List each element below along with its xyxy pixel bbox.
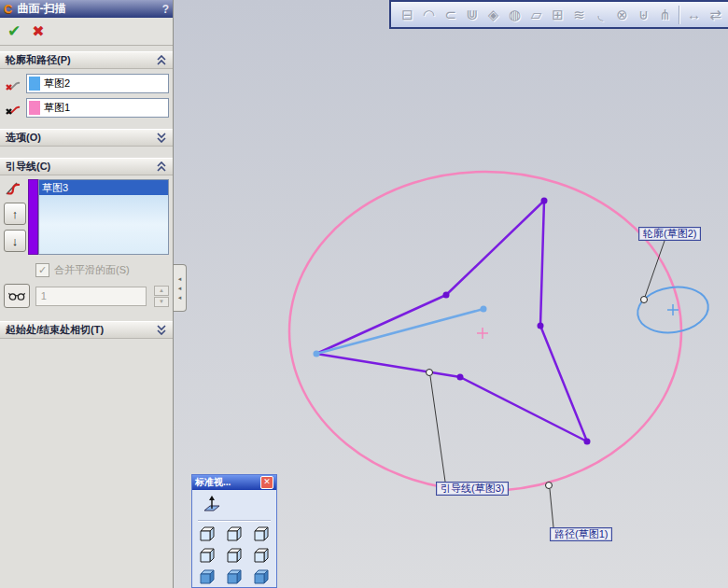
views-title-bar[interactable]: 标准视... ✕ [192,475,276,490]
spin-down-icon[interactable]: ▼ [154,297,169,307]
extruded-surface-icon[interactable]: ⊟ [397,5,418,25]
profile-color-swatch [29,77,40,91]
panel-title: 曲面-扫描 [17,1,65,17]
filled-surface-icon[interactable]: ◍ [504,5,525,25]
offset-surface-icon[interactable]: ⊞ [547,5,568,25]
views-title: 标准视... [195,476,231,489]
move-down-button[interactable]: ↓ [4,230,26,252]
property-manager-panel: C 曲面-扫描 ? ✔ ✖ 轮廓和路径(P) 草图2 草图1 选项(O) [0,0,174,588]
glasses-icon [8,290,25,301]
guide-curve-icon [4,179,22,198]
panel-collapse-grip[interactable]: ◂ ◂ ◂ [174,264,187,312]
path-row: 草图1 [4,98,169,118]
section-tangency[interactable]: 起始处/结束处相切(T) [0,321,173,339]
section-number-stepper[interactable]: ▲ ▼ [154,286,169,307]
top-view-button[interactable] [224,546,245,565]
left-arrow-icon: ◂ [178,275,182,282]
standard-views-toolbar: 标准视... ✕ [191,474,277,588]
path-circle [289,172,681,491]
guide-star [316,201,587,441]
panel-actions: ✔ ✖ [0,18,173,46]
knit-surface-icon[interactable]: ⊎ [633,5,654,25]
ok-button[interactable]: ✔ [7,21,21,41]
left-view-button[interactable] [251,525,272,543]
trimetric-view-button[interactable] [224,567,245,586]
section-options[interactable]: 选项(O) [0,129,173,147]
path-center-cross [477,328,488,339]
preview-endpoint-dots [314,306,487,357]
swept-surface-icon: C [4,2,12,16]
show-sections-button[interactable] [4,284,30,308]
toolbar-separator [679,6,680,24]
path-color-swatch [29,101,40,115]
profile-field-value: 草图2 [44,77,70,91]
merge-faces-row: ✓ 合并平滑的面(S) [35,263,169,277]
section-tangency-label: 起始处/结束处相切(T) [6,323,104,337]
back-view-button[interactable] [224,525,245,543]
profile-center-cross [667,304,679,315]
section-options-label: 选项(O) [6,131,41,145]
isometric-view-button[interactable] [197,567,217,586]
show-sections-row: 1 ▲ ▼ [4,284,169,308]
guide-vertex-dots [443,198,591,445]
surfaces-toolbar: ⊟ ◠ ⊂ ⋓ ◈ ◍ ▱ ⊞ ≋ ◟ ⊗ ⊎ ⋔ ↔ ⇄ ◌ [389,0,728,29]
callout-path[interactable]: 路径(草图1) [550,527,612,541]
callout-guide[interactable]: 引导线(草图3) [436,482,509,496]
move-up-button[interactable]: ↑ [4,203,26,225]
cancel-button[interactable]: ✖ [32,22,44,40]
chevron-down-icon [157,133,167,143]
right-view-button[interactable] [197,546,217,565]
path-field-value: 草图1 [44,101,70,115]
merge-faces-checkbox[interactable]: ✓ [35,263,49,277]
section-guide-curves-label: 引导线(C) [6,160,50,174]
guide-curves-group: ↑ ↓ 草图3 [4,179,169,255]
divider [198,520,271,522]
profile-ellipse [635,283,711,337]
dimetric-view-button[interactable] [251,567,272,586]
planar-surface-icon[interactable]: ▱ [525,5,547,25]
swept-surface-icon[interactable]: ⊂ [440,5,461,25]
ruled-surface-icon[interactable]: ≋ [568,5,590,25]
revolved-surface-icon[interactable]: ◠ [418,5,440,25]
bottom-view-button[interactable] [251,546,272,565]
section-guide-curves[interactable]: 引导线(C) [0,158,173,175]
callout-profile[interactable]: 轮廓(草图2) [638,227,701,241]
list-item[interactable]: 草图3 [39,180,168,195]
extend-surface-icon[interactable]: ↔ [683,5,705,25]
path-field[interactable]: 草图1 [26,98,169,118]
close-icon[interactable]: ✕ [260,476,273,489]
profile-sketch-icon [4,75,22,93]
help-icon[interactable]: ? [162,3,169,16]
guide-curves-list[interactable]: 草图3 [38,179,169,255]
profile-field[interactable]: 草图2 [26,74,169,93]
chevron-down-icon [157,325,167,335]
view-cube-grid [194,525,274,586]
preview-line [316,309,483,354]
front-view-button[interactable] [197,525,217,543]
chevron-up-icon [157,161,167,172]
callout-anchors [427,297,648,489]
section-profile-path[interactable]: 轮廓和路径(P) [0,51,173,69]
guide-color-swatch [28,179,38,255]
trim-surface-icon[interactable]: ⋔ [654,5,676,25]
path-sketch-icon [4,99,22,118]
chevron-up-icon [157,55,167,65]
normal-to-button[interactable] [200,493,224,517]
delete-face-icon[interactable]: ⊗ [611,5,633,25]
merge-faces-label: 合并平滑的面(S) [54,263,130,277]
fillet-icon[interactable]: ◟ [590,5,611,25]
section-profile-path-label: 轮廓和路径(P) [6,53,71,67]
boundary-surface-icon[interactable]: ◈ [483,5,504,25]
lofted-surface-icon[interactable]: ⋓ [461,5,483,25]
spin-up-icon[interactable]: ▲ [154,286,169,296]
section-number-input[interactable]: 1 [35,287,147,306]
panel-title-bar: C 曲面-扫描 ? [0,0,173,18]
left-arrow-icon: ◂ [178,294,182,301]
replace-face-icon[interactable]: ⇄ [705,5,726,25]
normal-to-icon [202,495,222,515]
left-arrow-icon: ◂ [178,285,182,291]
profile-row: 草图2 [4,74,169,93]
